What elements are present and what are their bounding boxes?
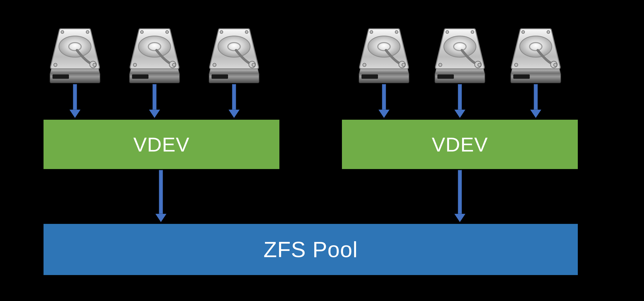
arrow-disk-to-vdev — [382, 84, 386, 110]
zfs-pool-box: ZFS Pool — [44, 224, 578, 275]
disk-icon — [48, 28, 102, 83]
arrow-vdev-to-pool — [458, 170, 462, 214]
arrow-disk-to-vdev — [73, 84, 77, 110]
vdev-right-label: VDEV — [432, 133, 488, 156]
disk-icon — [358, 28, 410, 83]
arrow-disk-to-vdev — [458, 84, 462, 110]
disk-icon — [433, 28, 486, 83]
vdev-box-left: VDEV — [44, 120, 280, 169]
vdev-box-right: VDEV — [342, 120, 578, 169]
arrow-disk-to-vdev — [232, 84, 236, 110]
disk-icon — [128, 28, 181, 83]
diagram-canvas: VDEV VDEV ZFS Pool — [0, 0, 644, 301]
zfs-pool-label: ZFS Pool — [264, 237, 358, 262]
arrow-disk-to-vdev — [152, 84, 156, 110]
arrow-disk-to-vdev — [534, 84, 538, 110]
vdev-left-label: VDEV — [133, 133, 190, 156]
disk-icon — [208, 28, 260, 83]
disk-icon — [509, 28, 562, 83]
arrow-vdev-to-pool — [159, 170, 163, 214]
